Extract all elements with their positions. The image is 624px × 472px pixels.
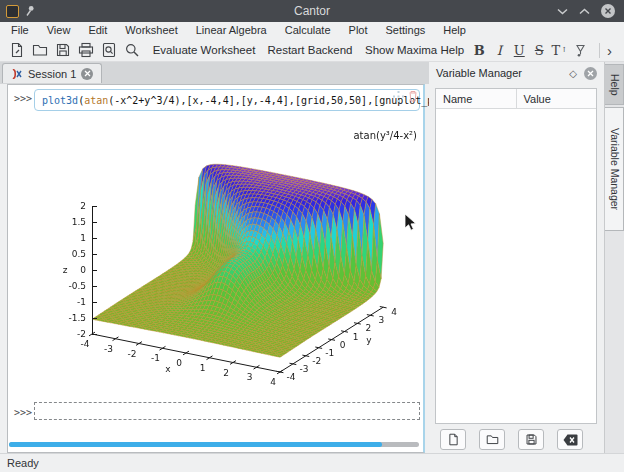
menu-worksheet[interactable]: Worksheet xyxy=(116,22,186,39)
menu-calculate[interactable]: Calculate xyxy=(276,22,340,39)
document-new-icon xyxy=(447,433,460,446)
document-new-icon xyxy=(9,42,25,58)
close-icon xyxy=(587,70,594,77)
vm-new-button[interactable] xyxy=(440,429,466,450)
titlebar: Cantor xyxy=(0,0,624,22)
show-maxima-help-label: Show Maxima Help xyxy=(365,44,464,56)
toolbar: Evaluate Worksheet Restart Backend Show … xyxy=(0,39,624,62)
save-button[interactable] xyxy=(51,40,74,60)
vm-save-button[interactable] xyxy=(518,429,544,450)
window-title: Cantor xyxy=(0,4,624,18)
mouse-cursor xyxy=(404,214,417,232)
panel-close-button[interactable] xyxy=(584,67,597,80)
evaluate-worksheet-button[interactable]: Evaluate Worksheet xyxy=(149,40,254,60)
toolbar-overflow-button[interactable]: › xyxy=(607,42,624,59)
worksheet-tabbar: Session 1 xyxy=(0,62,429,84)
session-progressbar xyxy=(9,442,419,447)
side-tab-help[interactable]: Help xyxy=(605,64,624,105)
folder-icon xyxy=(486,433,499,446)
bold-button[interactable]: B xyxy=(469,40,489,60)
menu-linear-algebra[interactable]: Linear Algebra xyxy=(187,22,276,39)
minimize-icon[interactable] xyxy=(557,8,568,15)
menu-plot[interactable]: Plot xyxy=(340,22,377,39)
evaluate-worksheet-label: Evaluate Worksheet xyxy=(153,44,256,56)
superscript-button[interactable]: T↑ xyxy=(549,40,569,60)
variable-table[interactable]: Name Value xyxy=(435,88,597,424)
session-tab[interactable]: Session 1 xyxy=(2,63,102,83)
strikethrough-button[interactable]: S xyxy=(529,40,549,60)
find-button[interactable] xyxy=(120,40,143,60)
menu-help[interactable]: Help xyxy=(434,22,475,39)
show-maxima-help-button[interactable]: Show Maxima Help xyxy=(361,40,463,60)
vm-clear-button[interactable] xyxy=(557,429,583,450)
restart-backend-label: Restart Backend xyxy=(267,44,352,56)
folder-icon xyxy=(32,42,48,58)
print-button[interactable] xyxy=(74,40,97,60)
app-icon xyxy=(6,5,19,18)
text-color-icon xyxy=(573,43,588,58)
menu-edit[interactable]: Edit xyxy=(79,22,116,39)
variable-manager-title: Variable Manager xyxy=(436,67,522,79)
maximize-icon[interactable] xyxy=(579,8,590,15)
print-preview-button[interactable] xyxy=(97,40,120,60)
menubar: File View Edit Worksheet Linear Algebra … xyxy=(0,22,624,39)
code-token: atan xyxy=(84,95,108,106)
delete-entry-icon[interactable] xyxy=(408,90,418,102)
detach-panel-icon[interactable]: ◇ xyxy=(569,68,577,79)
search-icon xyxy=(124,42,140,58)
vm-open-button[interactable] xyxy=(479,429,505,450)
menu-settings[interactable]: Settings xyxy=(377,22,435,39)
superscript-arrow: ↑ xyxy=(561,46,567,54)
italic-button[interactable]: I xyxy=(489,40,509,60)
cantor-window: Cantor File View Edit Worksheet Linear A… xyxy=(0,0,624,472)
save-icon xyxy=(525,433,538,446)
session-tab-label: Session 1 xyxy=(28,68,76,80)
column-header-value[interactable]: Value xyxy=(517,93,597,105)
second-prompt-label: >>> xyxy=(14,407,32,418)
clear-icon xyxy=(563,434,578,446)
menu-file[interactable]: File xyxy=(2,22,38,39)
variable-manager-panel: Variable Manager ◇ Name Value xyxy=(429,62,604,453)
side-tab-variable-manager[interactable]: Variable Manager xyxy=(605,107,624,231)
status-text: Ready xyxy=(7,457,39,469)
printer-icon xyxy=(78,42,94,58)
close-icon xyxy=(84,70,91,77)
code-token: plot3d xyxy=(42,95,78,106)
main-area: Session 1 >>> plot3d(atan(-x^2+y^3/4),[x… xyxy=(0,62,624,453)
pin-icon[interactable] xyxy=(25,5,35,17)
prompt-label: >>> xyxy=(14,93,32,104)
open-button[interactable] xyxy=(28,40,51,60)
empty-command-entry[interactable] xyxy=(34,402,420,420)
underline-button[interactable]: U xyxy=(509,40,529,60)
session-tab-close-button[interactable] xyxy=(81,68,93,80)
preview-icon xyxy=(101,42,117,58)
text-color-button[interactable] xyxy=(569,40,592,60)
close-icon xyxy=(604,7,612,15)
progress-fill xyxy=(9,442,382,447)
command-entry[interactable]: plot3d(atan(-x^2+y^3/4),[x,-4,4],[y,-4,4… xyxy=(34,89,420,111)
side-tab-strip: Help Variable Manager xyxy=(604,62,624,453)
new-document-button[interactable] xyxy=(5,40,28,60)
column-header-name[interactable]: Name xyxy=(436,89,517,108)
worksheet[interactable]: >>> plot3d(atan(-x^2+y^3/4),[x,-4,4],[y,… xyxy=(7,84,425,453)
menu-view[interactable]: View xyxy=(38,22,80,39)
statusbar: Ready xyxy=(0,453,624,472)
close-button[interactable] xyxy=(601,4,615,18)
cantor-icon xyxy=(11,68,23,80)
toolbar-separator xyxy=(599,43,600,58)
plot3d-canvas xyxy=(53,115,421,405)
restart-backend-button[interactable]: Restart Backend xyxy=(261,40,353,60)
save-icon xyxy=(55,42,71,58)
drag-handle-icon[interactable] xyxy=(393,91,404,102)
